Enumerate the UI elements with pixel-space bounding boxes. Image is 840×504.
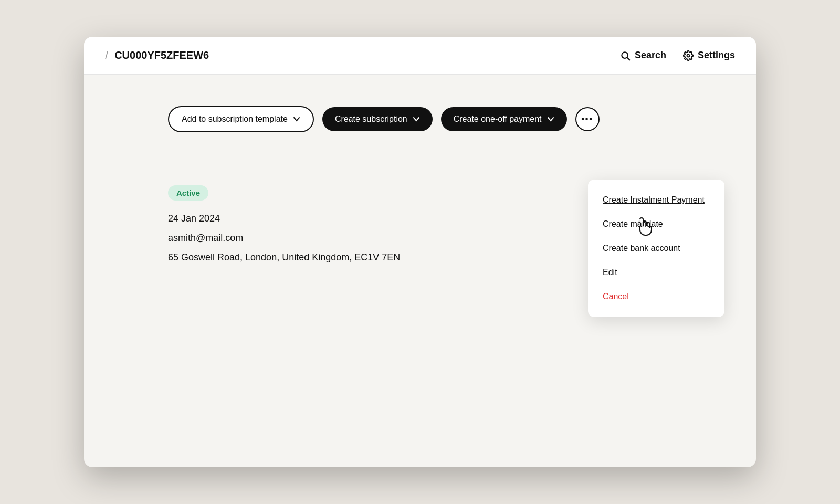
search-label: Search: [635, 50, 666, 61]
settings-label: Settings: [698, 50, 735, 61]
add-subscription-label: Add to subscription template: [182, 114, 288, 124]
dropdown-menu: Create Instalment Payment Create mandate…: [588, 180, 724, 317]
breadcrumb: / CU000YF5ZFEEW6: [105, 49, 209, 62]
chevron-down-icon-2: [413, 116, 420, 123]
create-instalment-payment-item[interactable]: Create Instalment Payment: [588, 188, 724, 212]
search-button[interactable]: Search: [620, 50, 666, 61]
settings-button[interactable]: Settings: [683, 50, 735, 61]
top-bar-actions: Search Settings: [620, 50, 735, 61]
page-id: CU000YF5ZFEEW6: [114, 49, 209, 61]
svg-point-2: [687, 54, 689, 57]
top-bar: / CU000YF5ZFEEW6 Search Settings: [84, 37, 756, 75]
search-icon: [620, 50, 631, 61]
create-subscription-label: Create subscription: [335, 114, 407, 124]
edit-item[interactable]: Edit: [588, 260, 724, 285]
chevron-down-icon: [293, 116, 300, 123]
settings-icon: [683, 50, 694, 61]
chevron-down-icon-3: [547, 116, 554, 123]
status-badge: Active: [168, 185, 208, 201]
actions-row: Add to subscription template Create subs…: [105, 106, 735, 132]
more-options-button[interactable]: •••: [575, 107, 600, 131]
section-divider: [105, 164, 735, 164]
create-subscription-button[interactable]: Create subscription: [322, 107, 433, 131]
create-bank-account-item[interactable]: Create bank account: [588, 236, 724, 260]
main-content: Add to subscription template Create subs…: [84, 75, 756, 292]
breadcrumb-slash: /: [105, 49, 108, 62]
cancel-item[interactable]: Cancel: [588, 285, 724, 309]
create-one-off-payment-button[interactable]: Create one-off payment: [441, 107, 567, 131]
svg-line-1: [627, 57, 630, 60]
app-window: / CU000YF5ZFEEW6 Search Settings: [84, 37, 756, 467]
add-subscription-template-button[interactable]: Add to subscription template: [168, 106, 314, 132]
create-mandate-item[interactable]: Create mandate: [588, 212, 724, 236]
more-icon: •••: [581, 114, 593, 124]
create-one-off-label: Create one-off payment: [454, 114, 542, 124]
